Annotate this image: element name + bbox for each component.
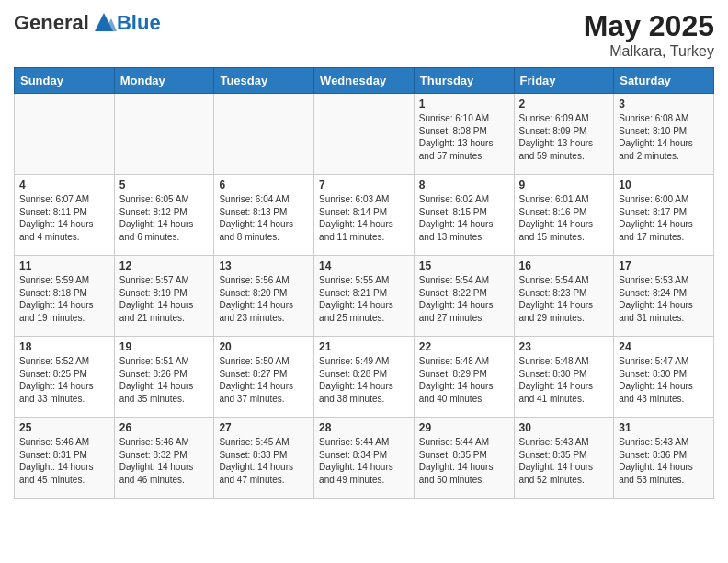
calendar-cell: 30Sunrise: 5:43 AM Sunset: 8:35 PM Dayli… [514, 418, 614, 499]
calendar-cell: 2Sunrise: 6:09 AM Sunset: 8:09 PM Daylig… [514, 94, 614, 175]
header-row: Sunday Monday Tuesday Wednesday Thursday… [15, 68, 714, 94]
day-number: 12 [119, 259, 210, 272]
cell-info: Sunrise: 5:56 AM Sunset: 8:20 PM Dayligh… [219, 274, 309, 324]
cell-info: Sunrise: 6:00 AM Sunset: 8:17 PM Dayligh… [619, 193, 709, 243]
col-monday: Monday [114, 68, 214, 94]
day-number: 7 [319, 178, 409, 191]
calendar-cell: 10Sunrise: 6:00 AM Sunset: 8:17 PM Dayli… [614, 175, 714, 256]
cell-info: Sunrise: 5:48 AM Sunset: 8:30 PM Dayligh… [519, 355, 609, 405]
calendar-cell: 4Sunrise: 6:07 AM Sunset: 8:11 PM Daylig… [15, 175, 115, 256]
calendar-week-row: 1Sunrise: 6:10 AM Sunset: 8:08 PM Daylig… [15, 94, 714, 175]
calendar-cell: 31Sunrise: 5:43 AM Sunset: 8:36 PM Dayli… [614, 418, 714, 499]
day-number: 25 [19, 421, 109, 434]
location-subtitle: Malkara, Turkey [584, 43, 714, 60]
day-number: 19 [119, 340, 210, 353]
cell-info: Sunrise: 6:05 AM Sunset: 8:12 PM Dayligh… [119, 193, 210, 243]
logo-general-text: General [14, 11, 89, 35]
logo: General Blue [14, 9, 161, 35]
calendar-week-row: 18Sunrise: 5:52 AM Sunset: 8:25 PM Dayli… [15, 337, 714, 418]
calendar-header: Sunday Monday Tuesday Wednesday Thursday… [15, 68, 714, 94]
calendar-cell [214, 94, 314, 175]
logo-blue-text: Blue [117, 11, 161, 35]
day-number: 20 [219, 340, 309, 353]
calendar-week-row: 25Sunrise: 5:46 AM Sunset: 8:31 PM Dayli… [15, 418, 714, 499]
page-header: General Blue May 2025 Malkara, Turkey [14, 9, 714, 60]
calendar-cell: 1Sunrise: 6:10 AM Sunset: 8:08 PM Daylig… [414, 94, 514, 175]
cell-info: Sunrise: 5:43 AM Sunset: 8:36 PM Dayligh… [619, 436, 709, 486]
cell-info: Sunrise: 5:59 AM Sunset: 8:18 PM Dayligh… [19, 274, 109, 324]
day-number: 15 [419, 259, 509, 272]
calendar-cell: 26Sunrise: 5:46 AM Sunset: 8:32 PM Dayli… [114, 418, 214, 499]
calendar-cell: 19Sunrise: 5:51 AM Sunset: 8:26 PM Dayli… [114, 337, 214, 418]
calendar-cell: 8Sunrise: 6:02 AM Sunset: 8:15 PM Daylig… [414, 175, 514, 256]
day-number: 24 [619, 340, 709, 353]
day-number: 16 [519, 259, 609, 272]
cell-info: Sunrise: 6:03 AM Sunset: 8:14 PM Dayligh… [319, 193, 409, 243]
cell-info: Sunrise: 5:52 AM Sunset: 8:25 PM Dayligh… [19, 355, 109, 405]
day-number: 17 [619, 259, 709, 272]
day-number: 9 [519, 178, 609, 191]
day-number: 18 [19, 340, 109, 353]
day-number: 21 [319, 340, 409, 353]
cell-info: Sunrise: 6:08 AM Sunset: 8:10 PM Dayligh… [619, 112, 709, 162]
calendar-cell: 13Sunrise: 5:56 AM Sunset: 8:20 PM Dayli… [214, 256, 314, 337]
day-number: 13 [219, 259, 309, 272]
day-number: 28 [319, 421, 409, 434]
col-saturday: Saturday [614, 68, 714, 94]
calendar-cell: 24Sunrise: 5:47 AM Sunset: 8:30 PM Dayli… [614, 337, 714, 418]
calendar-cell [114, 94, 214, 175]
day-number: 27 [219, 421, 309, 434]
calendar-cell: 12Sunrise: 5:57 AM Sunset: 8:19 PM Dayli… [114, 256, 214, 337]
calendar-cell: 15Sunrise: 5:54 AM Sunset: 8:22 PM Dayli… [414, 256, 514, 337]
day-number: 29 [419, 421, 509, 434]
calendar-cell: 25Sunrise: 5:46 AM Sunset: 8:31 PM Dayli… [15, 418, 115, 499]
cell-info: Sunrise: 6:10 AM Sunset: 8:08 PM Dayligh… [419, 112, 509, 162]
day-number: 8 [419, 178, 509, 191]
day-number: 10 [619, 178, 709, 191]
cell-info: Sunrise: 6:09 AM Sunset: 8:09 PM Dayligh… [519, 112, 609, 162]
cell-info: Sunrise: 5:43 AM Sunset: 8:35 PM Dayligh… [519, 436, 609, 486]
cell-info: Sunrise: 5:47 AM Sunset: 8:30 PM Dayligh… [619, 355, 709, 405]
cell-info: Sunrise: 5:55 AM Sunset: 8:21 PM Dayligh… [319, 274, 409, 324]
calendar-week-row: 11Sunrise: 5:59 AM Sunset: 8:18 PM Dayli… [15, 256, 714, 337]
calendar-cell: 29Sunrise: 5:44 AM Sunset: 8:35 PM Dayli… [414, 418, 514, 499]
cell-info: Sunrise: 5:54 AM Sunset: 8:23 PM Dayligh… [519, 274, 609, 324]
day-number: 2 [519, 98, 609, 110]
cell-info: Sunrise: 5:44 AM Sunset: 8:35 PM Dayligh… [419, 436, 509, 486]
cell-info: Sunrise: 5:44 AM Sunset: 8:34 PM Dayligh… [319, 436, 409, 486]
cell-info: Sunrise: 6:02 AM Sunset: 8:15 PM Dayligh… [419, 193, 509, 243]
day-number: 6 [219, 178, 309, 191]
calendar-cell: 18Sunrise: 5:52 AM Sunset: 8:25 PM Dayli… [15, 337, 115, 418]
calendar-cell: 28Sunrise: 5:44 AM Sunset: 8:34 PM Dayli… [314, 418, 415, 499]
col-thursday: Thursday [414, 68, 514, 94]
calendar-cell: 23Sunrise: 5:48 AM Sunset: 8:30 PM Dayli… [514, 337, 614, 418]
calendar-cell: 27Sunrise: 5:45 AM Sunset: 8:33 PM Dayli… [214, 418, 314, 499]
calendar-body: 1Sunrise: 6:10 AM Sunset: 8:08 PM Daylig… [15, 94, 714, 499]
calendar-cell: 3Sunrise: 6:08 AM Sunset: 8:10 PM Daylig… [614, 94, 714, 175]
calendar-cell: 21Sunrise: 5:49 AM Sunset: 8:28 PM Dayli… [314, 337, 415, 418]
cell-info: Sunrise: 6:07 AM Sunset: 8:11 PM Dayligh… [19, 193, 109, 243]
calendar-cell: 17Sunrise: 5:53 AM Sunset: 8:24 PM Dayli… [614, 256, 714, 337]
day-number: 3 [619, 98, 709, 110]
day-number: 11 [19, 259, 109, 272]
day-number: 23 [519, 340, 609, 353]
calendar-cell: 22Sunrise: 5:48 AM Sunset: 8:29 PM Dayli… [414, 337, 514, 418]
title-block: May 2025 Malkara, Turkey [584, 9, 714, 60]
calendar-cell: 7Sunrise: 6:03 AM Sunset: 8:14 PM Daylig… [314, 175, 415, 256]
cell-info: Sunrise: 5:49 AM Sunset: 8:28 PM Dayligh… [319, 355, 409, 405]
calendar-week-row: 4Sunrise: 6:07 AM Sunset: 8:11 PM Daylig… [15, 175, 714, 256]
cell-info: Sunrise: 5:54 AM Sunset: 8:22 PM Dayligh… [419, 274, 509, 324]
day-number: 26 [119, 421, 210, 434]
cell-info: Sunrise: 5:48 AM Sunset: 8:29 PM Dayligh… [419, 355, 509, 405]
cell-info: Sunrise: 5:57 AM Sunset: 8:19 PM Dayligh… [119, 274, 210, 324]
cell-info: Sunrise: 6:04 AM Sunset: 8:13 PM Dayligh… [219, 193, 309, 243]
calendar-cell [314, 94, 415, 175]
col-sunday: Sunday [15, 68, 115, 94]
calendar-cell: 20Sunrise: 5:50 AM Sunset: 8:27 PM Dayli… [214, 337, 314, 418]
day-number: 30 [519, 421, 609, 434]
calendar-cell: 5Sunrise: 6:05 AM Sunset: 8:12 PM Daylig… [114, 175, 214, 256]
cell-info: Sunrise: 5:45 AM Sunset: 8:33 PM Dayligh… [219, 436, 309, 486]
calendar-table: Sunday Monday Tuesday Wednesday Thursday… [14, 67, 714, 499]
cell-info: Sunrise: 5:53 AM Sunset: 8:24 PM Dayligh… [619, 274, 709, 324]
day-number: 1 [419, 98, 509, 110]
